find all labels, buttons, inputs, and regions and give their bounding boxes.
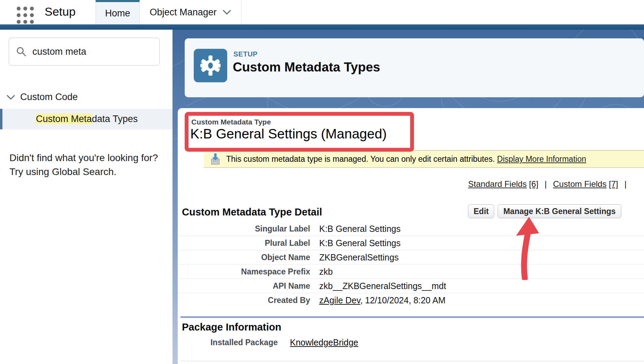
record-title: K:B General Settings (Managed) (190, 126, 387, 142)
table-row: Singular Label K:B General Settings (178, 222, 644, 236)
sidebar-section-label: Custom Code (20, 92, 78, 103)
setup-sidebar: Custom Code Custom Metadata Types Didn't… (0, 30, 172, 364)
quick-find-box (9, 38, 160, 66)
sidebar-help-text: Didn't find what you're looking for? Try… (9, 151, 158, 179)
sidebar-section-custom-code[interactable]: Custom Code (6, 92, 78, 103)
quick-find-input[interactable] (32, 46, 147, 57)
chevron-down-icon (6, 94, 15, 100)
record-type-label: Custom Metadata Type (191, 118, 271, 126)
link-separator: | (624, 179, 627, 189)
app-launcher-icon[interactable] (17, 7, 34, 24)
search-match-highlight: Custom Meta (36, 114, 92, 124)
banner-text: This custom metadata type is managed. Yo… (226, 154, 586, 164)
tab-home-label: Home (105, 8, 130, 19)
page-title: Custom Metadata Types (233, 60, 380, 75)
field-section-links: Standard Fields [6]|Custom Fields [7]| (178, 179, 644, 189)
manage-records-button[interactable]: Manage K:B General Settings (498, 204, 621, 218)
bottom-divider (181, 361, 644, 361)
page-header-card: SETUP Custom Metadata Types (185, 38, 644, 97)
edit-button[interactable]: Edit (468, 204, 494, 218)
tab-home[interactable]: Home (95, 0, 140, 24)
table-row: API Name zkb__ZKBGeneralSettings__mdt (178, 279, 644, 293)
created-by-user-link[interactable]: zAgile Dev (319, 295, 360, 305)
standard-fields-count-link[interactable]: [6] (529, 179, 538, 189)
tab-object-manager-label: Object Manager (150, 7, 216, 18)
standard-fields-link[interactable]: Standard Fields (468, 179, 527, 189)
installed-package-link[interactable]: KnowledgeBridge (290, 338, 358, 347)
detail-button-row: Edit Manage K:B General Settings (468, 204, 621, 218)
chevron-down-icon (222, 9, 231, 15)
gear-icon (200, 55, 221, 76)
custom-fields-count-link[interactable]: [7] (609, 179, 618, 189)
table-row: Namespace Prefix zkb (178, 265, 644, 279)
record-detail-card: Custom Metadata Type K:B General Setting… (178, 108, 644, 364)
package-section-heading: Package Information (182, 321, 281, 333)
nav-underline-band (0, 24, 644, 30)
display-more-information-link[interactable]: Display More Information (497, 154, 586, 164)
search-icon (16, 46, 26, 57)
sidebar-item-label: Custom Metadata Types (36, 114, 138, 124)
setup-eyebrow: SETUP (233, 50, 258, 58)
detail-section-heading: Custom Metadata Type Detail (182, 206, 322, 218)
salesforce-setup-screen: Setup Home Object Manager Custom Code (0, 0, 644, 364)
setup-app-title: Setup (45, 5, 76, 18)
managed-package-banner: This custom metadata type is managed. Yo… (204, 150, 644, 168)
package-row: Installed Package KnowledgeBridge (178, 335, 644, 350)
custom-fields-link[interactable]: Custom Fields (553, 179, 606, 189)
table-row: Plural Label K:B General Settings (178, 236, 644, 250)
setup-gear-tile (194, 49, 227, 82)
sidebar-item-custom-metadata-types[interactable]: Custom Metadata Types (0, 109, 172, 129)
link-separator: | (545, 179, 547, 189)
table-row-created-by: Created By zAgile Dev, 12/10/2024, 8:20 … (178, 293, 644, 308)
package-section-divider (181, 316, 644, 318)
managed-package-icon (209, 153, 221, 165)
detail-table: Singular Label K:B General Settings Plur… (178, 222, 644, 308)
table-row: Object Name ZKBGeneralSettings (178, 250, 644, 265)
tab-object-manager[interactable]: Object Manager (140, 0, 242, 24)
top-nav: Setup Home Object Manager (0, 0, 644, 24)
